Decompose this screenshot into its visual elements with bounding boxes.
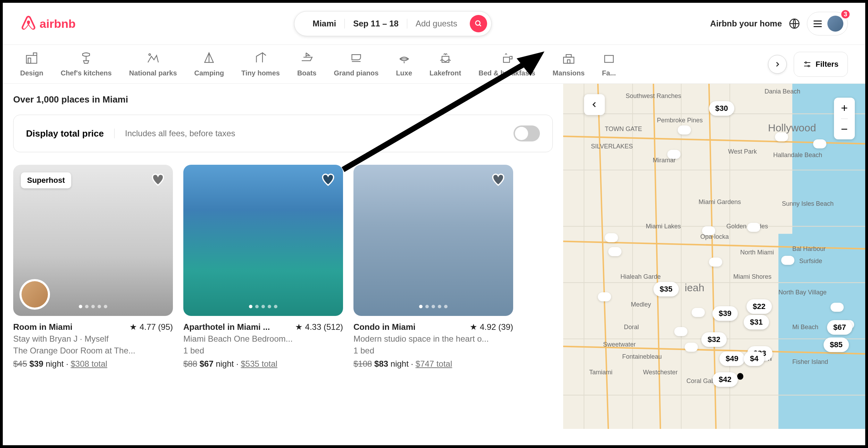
map-price-marker-blank[interactable] <box>678 125 691 135</box>
zoom-out-button[interactable]: − <box>841 119 848 140</box>
map-price-marker[interactable]: $85 <box>824 337 849 352</box>
map-price-marker-blank[interactable] <box>608 247 621 256</box>
listing-detail: The Orange Door Room at The... <box>13 346 173 356</box>
listing-subtitle: Modern studio space in the heart o... <box>353 334 513 344</box>
map-place-label: Sweetwater <box>603 341 636 348</box>
map-price-marker-blank[interactable] <box>674 327 687 336</box>
search-location[interactable]: Miami <box>304 19 345 28</box>
map-place-label: Tamiami <box>589 369 612 376</box>
search-dates[interactable]: Sep 11 – 18 <box>345 19 407 28</box>
listing-card[interactable]: Superhost Room in Miami ★ 4.77 (95) Stay… <box>13 165 173 369</box>
listing-card[interactable]: Aparthotel in Miami ... ★ 4.33 (512) Mia… <box>183 165 343 369</box>
listing-card[interactable]: Condo in Miami ★ 4.92 (39) Modern studio… <box>353 165 513 369</box>
map-back-button[interactable] <box>584 94 605 115</box>
map-price-marker[interactable]: $49 <box>719 351 745 366</box>
map-price-marker-blank[interactable] <box>702 226 715 235</box>
category-label: Lakefront <box>429 69 461 77</box>
svg-point-20 <box>808 65 809 67</box>
map-price-marker-blank[interactable] <box>813 139 826 148</box>
map-price-marker[interactable]: $31 <box>744 315 769 329</box>
map-price-marker-blank[interactable] <box>781 256 794 265</box>
map-place-label: Hialeah Garde <box>620 273 661 280</box>
search-guests[interactable]: Add guests <box>407 19 466 28</box>
category-camping[interactable]: Camping <box>194 51 224 77</box>
svg-rect-15 <box>567 60 570 63</box>
category-mansions[interactable]: Mansions <box>553 51 585 77</box>
map-place-label: Bal Harbour <box>792 245 826 253</box>
category-label: National parks <box>129 69 177 77</box>
globe-icon[interactable] <box>789 18 800 29</box>
map-price-marker-blank[interactable] <box>692 308 705 317</box>
category-next-button[interactable] <box>768 55 787 74</box>
category-bed-breakfasts[interactable]: Bed & breakfasts <box>478 51 535 77</box>
map-price-marker-blank[interactable] <box>831 303 844 312</box>
heart-icon[interactable] <box>151 172 165 187</box>
map-place-label: Miami Lakes <box>646 223 681 230</box>
listing-image[interactable]: Superhost <box>13 165 173 316</box>
map-place-label: Mi Beach <box>792 324 818 331</box>
map-price-marker-blank[interactable] <box>709 258 722 267</box>
map-place-label: Miami Gardens <box>699 198 741 206</box>
filters-button[interactable]: Filters <box>794 52 848 77</box>
category-label: Chef's kitchens <box>61 69 112 77</box>
airbnb-logo[interactable]: airbnb <box>20 15 76 32</box>
map-place-label: Hallandale Beach <box>773 152 822 159</box>
category-label: Boats <box>297 69 317 77</box>
listing-image[interactable] <box>183 165 343 316</box>
price-toggle-switch[interactable] <box>514 125 540 141</box>
map-price-marker[interactable]: $67 <box>827 320 852 335</box>
listing-title: Room in Miami <box>13 322 73 332</box>
map-price-marker-blank[interactable] <box>667 150 681 159</box>
map-price-marker[interactable]: $32 <box>701 332 727 347</box>
map-price-marker[interactable]: $4 <box>744 351 765 366</box>
listing-rating: ★ 4.77 (95) <box>130 322 173 332</box>
map-price-marker[interactable]: $22 <box>746 299 772 314</box>
listing-title: Condo in Miami <box>353 322 416 332</box>
listing-rating: ★ 4.92 (39) <box>470 322 513 332</box>
price-toggle-card: Display total price Includes all fees, b… <box>13 115 553 152</box>
header-right: Airbnb your home 3 <box>710 12 848 35</box>
heart-icon[interactable] <box>491 172 506 187</box>
map-price-marker-blank[interactable] <box>598 292 611 301</box>
map-panel[interactable]: + − Southwest RanchesDania BeachPembroke… <box>563 84 865 429</box>
zoom-in-button[interactable]: + <box>841 98 848 119</box>
svg-rect-16 <box>604 56 613 63</box>
map-price-marker-blank[interactable] <box>685 343 698 352</box>
search-bar[interactable]: Miami Sep 11 – 18 Add guests <box>294 11 492 36</box>
user-menu[interactable]: 3 <box>807 12 848 35</box>
category-chef-s-kitchens[interactable]: Chef's kitchens <box>61 51 112 77</box>
host-link[interactable]: Airbnb your home <box>710 19 782 28</box>
svg-rect-4 <box>28 58 31 63</box>
map-place-label: Westchester <box>643 369 678 376</box>
search-button[interactable] <box>470 15 487 32</box>
svg-rect-12 <box>503 57 510 63</box>
category-tiny-homes[interactable]: Tiny homes <box>241 51 280 77</box>
category-boats[interactable]: Boats <box>297 51 317 77</box>
map-price-marker[interactable]: $35 <box>653 282 679 296</box>
category-grand-pianos[interactable]: Grand pianos <box>334 51 378 77</box>
notification-badge: 3 <box>841 9 850 19</box>
map-price-marker-blank[interactable] <box>775 132 788 141</box>
category-design[interactable]: Design <box>20 51 43 77</box>
heart-icon[interactable] <box>321 172 335 187</box>
category-fa-[interactable]: Fa... <box>602 51 616 77</box>
map-price-marker[interactable]: $39 <box>712 306 738 321</box>
map-price-marker[interactable]: $30 <box>709 101 734 116</box>
map-place-label: Miami Shores <box>733 273 771 280</box>
map-price-marker[interactable]: $42 <box>712 372 738 387</box>
category-national-parks[interactable]: National parks <box>129 51 177 77</box>
listing-price: $108 $83 night · $747 total <box>353 359 513 369</box>
category-lakefront[interactable]: Lakefront <box>429 51 461 77</box>
listing-rating: ★ 4.33 (512) <box>295 322 343 332</box>
map-zoom-control: + − <box>834 98 855 139</box>
svg-point-18 <box>805 62 807 63</box>
filters-label: Filters <box>816 60 838 69</box>
map-price-marker-blank[interactable] <box>747 223 760 232</box>
map-price-marker-blank[interactable] <box>605 233 618 242</box>
listing-detail: 1 bed <box>183 346 343 356</box>
category-luxe[interactable]: Luxe <box>396 51 412 77</box>
results-panel: Over 1,000 places in Miami Display total… <box>3 84 563 429</box>
listing-image[interactable] <box>353 165 513 316</box>
header: airbnb Miami Sep 11 – 18 Add guests Airb… <box>3 3 865 45</box>
map-place-label: TOWN GATE <box>605 125 642 133</box>
